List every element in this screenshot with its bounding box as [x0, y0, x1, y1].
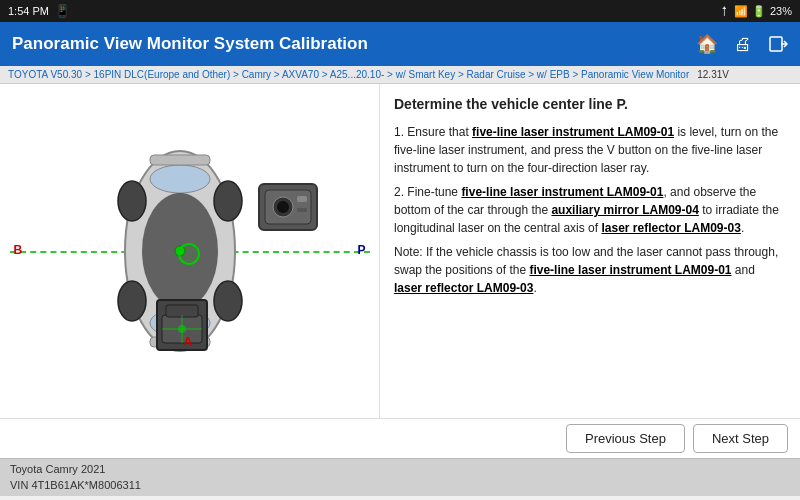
battery-pct: 23% [770, 5, 792, 17]
vehicle-container: B P A [10, 121, 370, 381]
footer: Toyota Camry 2021 VIN 4T1B61AK*M8006311 [0, 458, 800, 496]
main-content: B P A Determine the vehicle center line … [0, 84, 800, 418]
wifi-icon: 📶 [734, 5, 748, 18]
section-title: Determine the vehicle center line P. [394, 94, 786, 115]
step2-text: 2. Fine-tune five-line laser instrument … [394, 183, 786, 237]
bluetooth-icon: ⭡ [719, 5, 730, 17]
label-a: A [184, 335, 193, 349]
phone-icon: 📱 [55, 4, 70, 18]
battery-icon: 🔋 [752, 5, 766, 18]
label-b: B [14, 243, 23, 257]
home-button[interactable]: 🏠 [696, 33, 718, 55]
navigation-buttons: Previous Step Next Step [0, 418, 800, 458]
step1-text: 1. Ensure that five-line laser instrumen… [394, 123, 786, 177]
svg-point-9 [118, 181, 146, 221]
breadcrumb: TOYOTA V50.30 > 16PIN DLC(Europe and Oth… [0, 66, 800, 84]
crosshair-marker [178, 243, 200, 265]
exit-button[interactable] [768, 34, 788, 54]
svg-rect-0 [770, 37, 782, 51]
print-button[interactable]: 🖨 [734, 34, 752, 55]
svg-point-3 [150, 165, 210, 193]
svg-point-22 [178, 325, 186, 333]
header: Panoramic View Monitor System Calibratio… [0, 22, 800, 66]
svg-rect-7 [150, 155, 210, 165]
status-bar: 1:54 PM 📱 ⭡ 📶 🔋 23% [0, 0, 800, 22]
voltage-display: 12.31V [697, 69, 729, 80]
vehicle-diagram-panel: B P A [0, 84, 380, 418]
instructions-panel: Determine the vehicle center line P. 1. … [380, 84, 800, 418]
status-time: 1:54 PM 📱 [8, 4, 70, 18]
laser-reflector-bottom [156, 299, 208, 351]
svg-point-10 [214, 181, 242, 221]
note-text: Note: If the vehicle chassis is too low … [394, 243, 786, 297]
page-title: Panoramic View Monitor System Calibratio… [12, 34, 368, 54]
svg-point-15 [277, 201, 289, 213]
svg-rect-17 [297, 208, 307, 212]
time: 1:54 PM [8, 5, 49, 17]
previous-step-button[interactable]: Previous Step [566, 424, 685, 453]
header-icons: 🏠 🖨 [696, 33, 788, 55]
svg-point-12 [214, 281, 242, 321]
svg-rect-16 [297, 196, 307, 202]
status-icons: ⭡ 📶 🔋 23% [719, 5, 792, 18]
vin-number: VIN 4T1B61AK*M8006311 [10, 478, 141, 493]
laser-instrument-top [258, 183, 318, 231]
vehicle-name: Toyota Camry 2021 [10, 462, 141, 477]
breadcrumb-text: TOYOTA V50.30 > 16PIN DLC(Europe and Oth… [8, 69, 689, 80]
next-step-button[interactable]: Next Step [693, 424, 788, 453]
label-p: P [357, 243, 365, 257]
footer-vehicle-info: Toyota Camry 2021 VIN 4T1B61AK*M8006311 [10, 462, 141, 493]
svg-point-11 [118, 281, 146, 321]
